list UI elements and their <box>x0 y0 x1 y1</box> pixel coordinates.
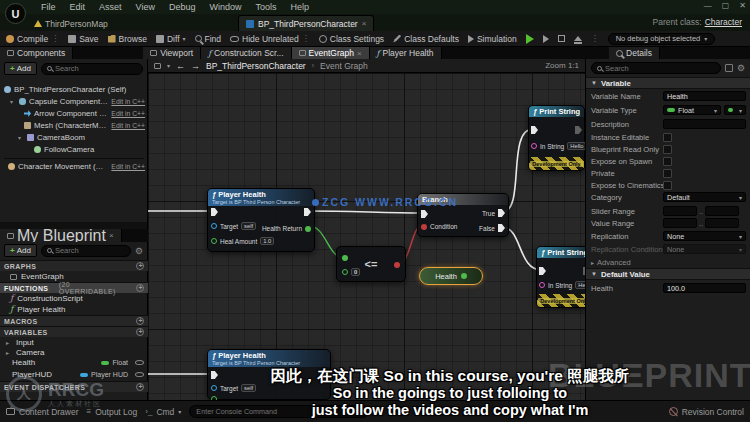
in-string-pin[interactable]: In StringHello <box>539 281 585 289</box>
expose-to-cinematics-checkbox[interactable] <box>663 181 672 190</box>
false-pin[interactable]: False <box>479 224 505 232</box>
level-tab[interactable]: ThirdPersonMap <box>34 16 108 31</box>
expander-icon[interactable]: ▸ <box>6 339 12 346</box>
tab-event-graph[interactable]: EventGraph× <box>292 47 370 59</box>
component-row-self[interactable]: BP_ThirdPersonCharacter (Self) <box>0 84 148 95</box>
container-type-dropdown[interactable]: ▾ <box>724 105 746 115</box>
tab-construction-script[interactable]: ƒConstruction Scr... <box>201 47 291 59</box>
expander-icon[interactable]: ▾ <box>18 134 24 141</box>
player-health-function-item[interactable]: ƒPlayer Health <box>0 304 148 315</box>
variable-health-row[interactable]: Health Float <box>0 357 148 368</box>
variable-name-input[interactable] <box>663 91 746 101</box>
graph-list-icon[interactable] <box>154 63 161 69</box>
variable-section-header[interactable]: ▼Variable <box>586 77 750 89</box>
instance-editable-checkbox[interactable] <box>663 133 672 142</box>
edit-in-cpp-link[interactable]: Edit in C++ <box>111 98 145 105</box>
nav-back-button[interactable]: ← <box>176 61 185 71</box>
parent-class-link[interactable]: Character <box>705 17 742 27</box>
add-component-button[interactable]: +Add <box>4 62 37 75</box>
variables-section-header[interactable]: VARIABLES <box>0 326 148 337</box>
add-function-icon[interactable] <box>136 284 144 292</box>
blueprint-doc-tab[interactable]: BP_ThirdPersonCharacter × <box>238 15 374 31</box>
component-row-mesh[interactable]: Mesh (CharacterMesh0)Edit in C++ <box>0 120 148 131</box>
visibility-eye-icon[interactable] <box>135 372 144 377</box>
component-row-cameraboom[interactable]: ▾CameraBoom <box>0 132 148 143</box>
nav-forward-button[interactable]: → <box>191 61 200 71</box>
menu-file[interactable]: File <box>34 2 63 12</box>
health-output-pin[interactable] <box>461 273 467 279</box>
browse-button[interactable]: Browse <box>108 34 147 44</box>
exec-in-pin[interactable] <box>421 210 428 218</box>
true-pin[interactable]: True <box>482 209 505 217</box>
component-row-charmove[interactable]: Character Movement (CharMoveComp)Edit in… <box>0 161 148 172</box>
edit-in-cpp-link[interactable]: Edit in C++ <box>111 122 145 129</box>
description-input[interactable] <box>663 119 746 129</box>
add-blueprint-item-button[interactable]: +Add <box>4 244 37 257</box>
private-checkbox[interactable] <box>663 169 672 178</box>
compile-options-icon[interactable]: ⋮ <box>51 34 59 43</box>
menu-tools[interactable]: Tools <box>248 2 283 12</box>
add-dispatcher-icon[interactable] <box>136 383 144 391</box>
components-search[interactable] <box>41 63 143 75</box>
details-search[interactable] <box>591 62 721 74</box>
health-return-pin[interactable]: Health Return <box>262 225 311 232</box>
edit-in-cpp-link[interactable]: Edit in C++ <box>111 163 145 170</box>
construction-script-item[interactable]: ƒConstructionScript <box>0 293 148 304</box>
compare-input-b-pin[interactable]: 0 <box>342 268 360 276</box>
tab-components[interactable]: Components <box>0 47 73 59</box>
node-print-string-1[interactable]: ƒ Print String In StringHello Developmen… <box>528 105 585 171</box>
node-player-health-call[interactable]: ƒ Player HealthTarget is BP Third Person… <box>207 188 315 252</box>
add-variable-icon[interactable] <box>136 328 144 336</box>
component-row-followcamera[interactable]: FollowCamera <box>0 144 148 155</box>
graphs-section-header[interactable]: GRAPHS <box>0 260 148 271</box>
heal-amount-pin[interactable]: Heal Amount1.0 <box>211 237 274 245</box>
tab-viewport[interactable]: Viewport <box>143 47 201 59</box>
node-less-equal[interactable]: <= 0 <box>336 246 406 282</box>
tab-details[interactable]: Details <box>609 47 660 59</box>
visibility-eye-icon[interactable] <box>135 360 144 365</box>
hide-unrelated-options-icon[interactable]: ⋮ <box>302 34 310 43</box>
edit-in-cpp-link[interactable]: Edit in C++ <box>111 110 145 117</box>
category-dropdown[interactable]: Default▾ <box>663 192 746 202</box>
compare-input-a-pin[interactable] <box>342 255 348 261</box>
event-graph-canvas[interactable]: ƒ Player HealthTarget is BP Third Person… <box>148 73 585 400</box>
add-macro-icon[interactable] <box>136 317 144 325</box>
menu-window[interactable]: Window <box>202 2 248 12</box>
class-defaults-button[interactable]: Class Defaults <box>393 34 459 44</box>
minimize-button[interactable]: — <box>704 1 712 10</box>
advanced-expander-row[interactable]: ▸Advanced <box>586 256 750 268</box>
slider-range-max-input[interactable] <box>705 206 739 216</box>
save-button[interactable]: Save <box>68 34 98 44</box>
add-graph-icon[interactable] <box>136 262 144 270</box>
exec-out-pin[interactable] <box>575 126 582 134</box>
exec-in-pin[interactable] <box>539 267 546 275</box>
default-value-section-header[interactable]: ▼Default Value <box>586 268 750 280</box>
macros-section-header[interactable]: MACROS <box>0 315 148 326</box>
exec-out-pin[interactable] <box>304 208 311 216</box>
breadcrumb-root[interactable]: BP_ThirdPersonCharacter <box>206 61 306 71</box>
menu-help[interactable]: Help <box>283 2 316 12</box>
compare-result-pin[interactable] <box>394 262 400 268</box>
compile-button[interactable]: Compile⋮ <box>6 34 59 44</box>
slider-range-min-input[interactable] <box>663 206 697 216</box>
settings-gear-icon[interactable]: ⚙ <box>737 63 745 73</box>
expose-on-spawn-checkbox[interactable] <box>663 157 672 166</box>
replication-condition-dropdown[interactable]: None▾ <box>663 244 746 254</box>
expander-icon[interactable]: ▸ <box>6 349 12 356</box>
play-options-icon[interactable]: ⋮ <box>591 34 599 43</box>
exec-out-pin[interactable] <box>583 267 585 275</box>
find-button[interactable]: Find <box>195 34 222 44</box>
component-row-arrow[interactable]: Arrow Component (Arrow)Edit in C++ <box>0 108 148 119</box>
stop-button[interactable] <box>558 35 565 42</box>
frame-skip-button[interactable] <box>543 35 549 43</box>
display-filter-icon[interactable] <box>725 64 733 72</box>
simulation-button[interactable]: Simulation <box>468 34 517 44</box>
close-button[interactable]: ✕ <box>739 1 746 10</box>
tab-close-icon[interactable]: × <box>357 49 362 58</box>
menu-edit[interactable]: Edit <box>63 2 93 12</box>
exec-in-pin[interactable] <box>211 208 218 216</box>
blueprint-read-only-checkbox[interactable] <box>663 145 672 154</box>
menu-view[interactable]: View <box>129 2 162 12</box>
menu-debug[interactable]: Debug <box>162 2 203 12</box>
value-range-max-input[interactable] <box>705 218 739 228</box>
